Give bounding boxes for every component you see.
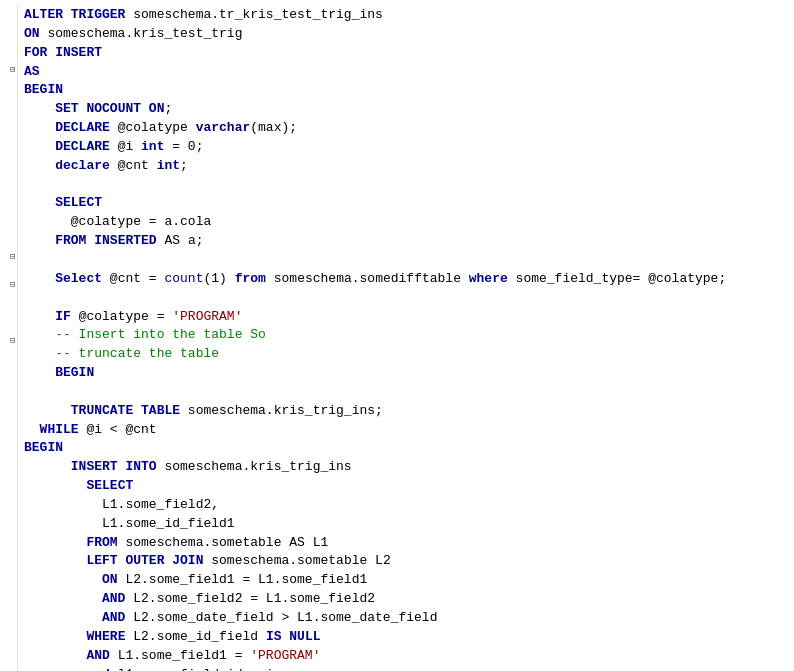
code-token-plain [24, 647, 86, 666]
code-line: FROM INSERTED AS a; [24, 232, 794, 251]
code-editor: ⊟⊟⊟⊟ ALTER TRIGGER someschema.tr_kris_te… [0, 0, 794, 671]
gutter-marker [2, 6, 16, 21]
gutter-marker [2, 150, 16, 165]
code-token-plain: L2.some_field2 = L1.some_field2 [125, 590, 375, 609]
gutter-marker [2, 50, 16, 65]
code-line [24, 251, 794, 270]
code-token-plain [24, 232, 55, 251]
code-token-plain [24, 590, 102, 609]
code-token-plain: AS a; [157, 232, 204, 251]
code-token-kw: varchar [196, 119, 251, 138]
code-token-kw: ON [102, 571, 118, 590]
code-token-plain [24, 308, 55, 327]
code-line: ON someschema.kris_test_trig [24, 25, 794, 44]
code-token-plain: someschema.sometable AS L1 [118, 534, 329, 553]
code-token-plain [24, 571, 102, 590]
code-token-plain [86, 232, 94, 251]
gutter-marker [2, 292, 16, 307]
gutter-marker[interactable]: ⊟ [2, 279, 16, 292]
code-line: WHILE @i < @cnt [24, 421, 794, 440]
code-token-kw: BEGIN [24, 81, 63, 100]
code-token-kw: SET NOCOUNT ON [55, 100, 164, 119]
code-token-kw: TRUNCATE TABLE [71, 402, 180, 421]
code-token-kw: DECLARE [55, 119, 110, 138]
code-token-plain: someschema.somedifftable [266, 270, 469, 289]
code-token-kw: SELECT [86, 477, 133, 496]
gutter-marker [2, 164, 16, 179]
code-token-plain [24, 402, 71, 421]
code-token-kw: declare [55, 157, 110, 176]
code-token-str: 'PROGRAM' [172, 308, 242, 327]
code-token-plain: someschema.kris_trig_ins; [180, 402, 383, 421]
code-token-plain: ; [196, 138, 204, 157]
code-token-plain: @colatype [110, 119, 196, 138]
code-token-kw: where [469, 270, 508, 289]
code-token-kw: AND [86, 647, 109, 666]
code-token-kw: SELECT [55, 194, 102, 213]
gutter-marker[interactable]: ⊟ [2, 251, 16, 264]
code-token-plain: L1.some_id_field1 [24, 515, 235, 534]
code-token-plain: L1.some_field1 = [110, 647, 250, 666]
code-line: DECLARE @i int = 0; [24, 138, 794, 157]
code-line: AND L2.some_date_field > L1.some_date_fi… [24, 609, 794, 628]
code-token-plain: ; [180, 157, 188, 176]
code-token-plain: L1.some_field2, [24, 496, 219, 515]
code-token-plain: ) [219, 270, 235, 289]
code-line: BEGIN [24, 81, 794, 100]
gutter-marker [2, 208, 16, 223]
gutter-marker [2, 421, 16, 436]
code-line: FOR INSERT [24, 44, 794, 63]
code-token-plain [24, 609, 102, 628]
code-token-plain [24, 666, 86, 671]
code-token-plain: ; [164, 100, 172, 119]
code-line: Select @cnt = count(1) from someschema.s… [24, 270, 794, 289]
code-token-plain [24, 326, 55, 345]
gutter-marker [2, 479, 16, 494]
code-token-kw: int [157, 157, 180, 176]
code-line: SELECT [24, 194, 794, 213]
code-token-plain: (max); [250, 119, 297, 138]
code-line [24, 383, 794, 402]
code-token-plain [24, 270, 55, 289]
code-line: L1.some_field2, [24, 496, 794, 515]
gutter-marker [2, 77, 16, 92]
code-line: -- Insert into the table So [24, 326, 794, 345]
code-line: L1.some_id_field1 [24, 515, 794, 534]
gutter-marker [2, 522, 16, 537]
code-token-plain: @cnt = [102, 270, 164, 289]
code-token-plain [24, 477, 86, 496]
code-line: INSERT INTO someschema.kris_trig_ins [24, 458, 794, 477]
code-token-kw: IS NULL [266, 628, 321, 647]
code-token-plain: l1.some_field_id = i; [110, 666, 282, 671]
code-token-plain: ( [203, 270, 211, 289]
code-token-kw: WHERE [86, 628, 125, 647]
code-area[interactable]: ALTER TRIGGER someschema.tr_kris_test_tr… [18, 4, 794, 671]
code-token-plain: @colatype = a.cola [24, 213, 211, 232]
code-token-kw: INSERTED [94, 232, 156, 251]
code-token-kw: WHILE [40, 421, 79, 440]
code-line: BEGIN [24, 439, 794, 458]
code-token-cmt: -- truncate the table [55, 345, 219, 364]
code-token-plain [24, 138, 55, 157]
gutter-marker[interactable]: ⊟ [2, 335, 16, 348]
code-line: LEFT OUTER JOIN someschema.sometable L2 [24, 552, 794, 571]
code-token-plain: @colatype = [71, 308, 172, 327]
code-token-plain [24, 534, 86, 553]
code-token-str: 'PROGRAM' [250, 647, 320, 666]
code-line: -- truncate the table [24, 345, 794, 364]
gutter-marker[interactable]: ⊟ [2, 64, 16, 77]
gutter-marker [2, 580, 16, 595]
code-token-kw: AS [24, 63, 40, 82]
code-token-kw: and [86, 666, 109, 671]
code-token-kw: FROM [86, 534, 117, 553]
code-line: ALTER TRIGGER someschema.tr_kris_test_tr… [24, 6, 794, 25]
code-line: ON L2.some_field1 = L1.some_field1 [24, 571, 794, 590]
gutter-marker [2, 106, 16, 121]
code-token-plain [24, 157, 55, 176]
code-token-plain: = [164, 138, 187, 157]
gutter-marker [2, 464, 16, 479]
code-token-kw: INSERT INTO [71, 458, 157, 477]
gutter-marker [2, 392, 16, 407]
gutter-marker [2, 179, 16, 194]
code-line: WHERE L2.some_id_field IS NULL [24, 628, 794, 647]
